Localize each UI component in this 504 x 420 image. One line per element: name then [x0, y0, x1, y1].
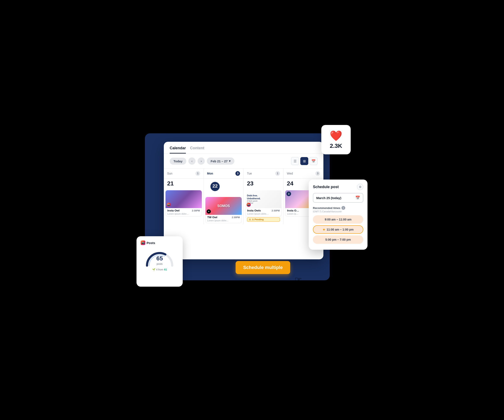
- gauge-number: 65: [156, 255, 163, 262]
- schedule-panel: Schedule post ⚙ March 25 (today) 📅 Recom…: [309, 180, 367, 250]
- tab-content[interactable]: Content: [190, 146, 204, 154]
- post-info-mon: TW Owl 2:30PM Lorem ipsum dolre…: [205, 215, 242, 223]
- post-title-wed: Insta O…: [287, 209, 299, 212]
- heart-icon: ❤️: [330, 130, 342, 142]
- day-header-wed: Wed 3: [283, 169, 324, 179]
- day-number-mon: 22: [210, 182, 220, 191]
- time-slot-2-label: 11:00 am – 1:00 pm: [327, 228, 354, 231]
- post-title-row-mon: TW Owl 2:30PM: [207, 216, 240, 219]
- twitter-icon-mon: ✕: [207, 209, 211, 214]
- somos-text: SOMOS: [217, 204, 230, 208]
- day-header-sun: Sun 1: [164, 169, 204, 179]
- gauge-container: 65 posts: [143, 247, 176, 266]
- post-title-mon: TW Owl: [207, 216, 217, 219]
- instagram-icon-tue: 📷: [246, 203, 251, 207]
- post-title-sun: Insta Owl: [167, 209, 180, 212]
- calendar-toolbar: Today ‹ › Feb 21 – 27 ▾ ☰ ⊞ 📅: [164, 154, 324, 168]
- post-title-tue: Insta Owls: [247, 209, 261, 212]
- time-slot-3[interactable]: 5:00 pm – 7:00 pm: [313, 235, 363, 244]
- day-col-sun: Sun 1 21 📷 Insta Owl 2:30PM Lorem ipsum …: [164, 169, 204, 224]
- date-range-button[interactable]: Feb 21 – 27 ▾: [207, 157, 234, 165]
- date-input-text: March 25 (today): [316, 196, 341, 200]
- calendar-grid: Sun 1 21 📷 Insta Owl 2:30PM Lorem ipsum …: [164, 168, 324, 224]
- view-buttons: ☰ ⊞ 📅: [291, 157, 318, 165]
- pending-badge: ⚠ ⚠ Pending: [247, 217, 280, 222]
- list-view-button[interactable]: ☰: [291, 157, 299, 165]
- likes-card: ❤️ 2.3K: [321, 125, 351, 154]
- gauge-center: 65 posts: [156, 255, 163, 266]
- day-name-sun: Sun: [167, 172, 172, 175]
- day-name-mon: Mon: [207, 172, 213, 175]
- post-image-tue: Debt-free.Unbothered. It feels good.Be t…: [245, 190, 282, 208]
- post-image-mon: ✕ SOMOS: [205, 197, 242, 215]
- star-icon: ★: [323, 228, 325, 231]
- post-time-tue: 2:30PM: [271, 209, 280, 212]
- pending-label: ⚠ Pending: [252, 218, 264, 221]
- prev-button[interactable]: ‹: [188, 157, 196, 165]
- posts-footer-prefix: 🌱 4 from: [152, 268, 163, 271]
- day-col-mon: Mon 3 22 ✕ SOMOS TW Owl 2:30PM: [204, 169, 244, 224]
- gauge-label: posts: [157, 263, 163, 265]
- day-header-mon: Mon 3: [204, 169, 243, 179]
- post-time-mon: 2:30PM: [232, 216, 240, 219]
- today-button[interactable]: Today: [170, 158, 186, 165]
- schedule-panel-title: Schedule post: [313, 185, 339, 189]
- calendar-card: Calendar Content Today ‹ › Feb 21 – 27 ▾…: [164, 142, 324, 259]
- chevron-down-icon: ▾: [229, 159, 231, 163]
- day-number-tue: 23: [244, 179, 283, 189]
- instagram-icon-sun: 📷: [167, 203, 171, 207]
- post-info-tue: Insta Owls 2:30PM Lorem ipsum dolre…: [245, 208, 282, 216]
- post-info-sun: Insta Owl 2:30PM Lorem ipsum dolre…: [166, 208, 202, 216]
- day-badge-wed: 3: [315, 171, 320, 176]
- time-slot-3-label: 5:00 pm – 7:00 pm: [325, 238, 351, 241]
- day-badge-sun: 1: [196, 171, 200, 176]
- day-number-sun: 21: [164, 179, 204, 189]
- schedule-panel-header: Schedule post ⚙: [313, 184, 363, 190]
- posts-ig-icon: 📷: [141, 240, 145, 245]
- day-badge-tue: 1: [275, 171, 280, 176]
- day-header-tue: Tue 1: [244, 169, 283, 179]
- calendar-icon: 📅: [355, 196, 360, 200]
- likes-count: 2.3K: [330, 143, 342, 149]
- post-desc-mon: Lorem ipsum dolre…: [207, 219, 240, 222]
- post-desc-tue: Lorem ipsum dolre…: [247, 213, 280, 215]
- posts-card-label: Posts: [147, 241, 155, 245]
- date-range-label: Feb 21 – 27: [211, 159, 228, 163]
- warning-icon: ⚠: [249, 218, 251, 221]
- tabs-container: Calendar Content: [164, 142, 324, 154]
- calendar-view-button[interactable]: 📅: [310, 157, 318, 165]
- settings-button[interactable]: ⚙: [357, 184, 363, 190]
- recommended-title-text: Recommended times: [313, 206, 340, 210]
- cursor-pointer: ☞: [294, 275, 302, 285]
- date-input-row[interactable]: March 25 (today) 📅: [313, 193, 363, 203]
- wed-post-count-badge: 3: [287, 192, 291, 196]
- info-icon: i: [342, 206, 345, 210]
- debt-free-text: Debt-free.Unbothered.: [247, 194, 261, 200]
- time-slot-1[interactable]: 9:00 am – 11:00 am: [313, 215, 363, 224]
- post-title-row-sun: Insta Owl 2:30PM: [167, 209, 200, 212]
- post-card-sun[interactable]: 📷 Insta Owl 2:30PM Lorem ipsum dolre…: [166, 190, 202, 216]
- posts-footer: 🌱 4 from 61: [141, 268, 179, 271]
- day-number-mon-wrap: 22: [204, 179, 243, 196]
- day-col-tue: Tue 1 23 Debt-free.Unbothered. It feels …: [244, 169, 283, 224]
- post-image-sun: 📷: [166, 190, 202, 208]
- grid-view-button[interactable]: ⊞: [300, 157, 308, 165]
- day-badge-mon: 3: [235, 171, 240, 176]
- day-name-tue: Tue: [247, 172, 252, 175]
- post-card-tue[interactable]: Debt-free.Unbothered. It feels good.Be t…: [245, 190, 282, 223]
- tab-calendar[interactable]: Calendar: [170, 146, 186, 154]
- posts-card-title: 📷 Posts: [141, 240, 179, 245]
- post-card-mon[interactable]: ✕ SOMOS TW Owl 2:30PM Lorem ipsum dolre…: [205, 197, 242, 223]
- posts-footer-link[interactable]: 61: [164, 268, 167, 271]
- time-slot-1-label: 9:00 am – 11:00 am: [325, 218, 352, 221]
- post-title-row-tue: Insta Owls 2:30PM: [247, 209, 280, 212]
- recommended-sub: (GMT-7) Canada/Vancouver: [313, 210, 363, 213]
- post-desc-sun: Lorem ipsum dolre…: [167, 213, 200, 215]
- time-slot-2[interactable]: ★ 11:00 am – 1:00 pm: [313, 225, 363, 234]
- day-name-wed: Wed: [287, 172, 293, 175]
- post-time-sun: 2:30PM: [192, 209, 200, 212]
- recommended-title: Recommended times i: [313, 206, 363, 210]
- next-button[interactable]: ›: [198, 157, 205, 165]
- posts-card: 📷 Posts 65 posts 🌱 4 from 61: [137, 236, 183, 287]
- schedule-multiple-button[interactable]: Schedule multiple: [236, 261, 290, 274]
